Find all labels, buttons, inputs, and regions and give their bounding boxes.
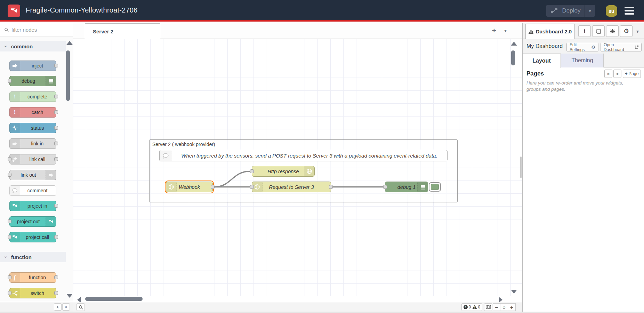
input-port[interactable] [383,185,387,189]
main-menu-button[interactable] [625,7,634,15]
warning-triangle-icon: ! [472,305,477,309]
canvas-vscrollbar-thumb[interactable] [511,50,515,65]
output-port[interactable] [54,95,58,98]
open-dashboard-button[interactable]: Open Dashboard [601,43,642,51]
comment-text: When triggered by the sensors, send a PO… [174,150,445,161]
sidebar-scrollbar-thumb[interactable] [520,156,522,178]
canvas-hscrollbar-thumb[interactable] [85,297,143,301]
move-page-up-button[interactable]: « [604,70,612,78]
palette-node-project-out[interactable]: project out [9,216,56,227]
palette-node-catch[interactable]: ! catch [9,107,56,118]
palette-node-link-out[interactable]: link out [9,170,56,180]
palette-node-project-call[interactable]: project call [9,232,56,242]
output-port[interactable] [54,110,58,114]
tab-layout[interactable]: Layout [523,54,561,68]
input-port[interactable] [8,235,11,239]
input-port[interactable] [8,219,11,223]
input-port[interactable] [8,291,11,295]
sidebar-tab-info[interactable]: i [578,25,591,37]
palette-scroll-up-arrow[interactable] [66,41,73,45]
output-port[interactable] [54,126,58,130]
comment-node[interactable]: When triggered by the sensors, send a PO… [159,150,448,161]
deploy-button[interactable]: Deploy ▾ [546,5,595,17]
node-request-to-server-3[interactable]: Request to Server 3 [252,182,331,192]
output-port[interactable] [54,235,58,239]
palette-scroll-down-arrow[interactable] [66,294,73,298]
tab-theming[interactable]: Theming [561,54,604,67]
palette-node-complete[interactable]: ! complete [9,91,56,102]
palette-scrollbar-thumb[interactable] [66,50,70,101]
sidebar-tab-config[interactable]: ⚙ [620,25,633,37]
navigator-button[interactable] [484,303,492,311]
palette-node-function[interactable]: ƒ function [9,272,56,283]
deploy-options-caret[interactable]: ▾ [585,5,595,17]
map-icon [486,305,491,309]
sidebar-tab-dashboard[interactable]: Dashboard 2.0 [525,24,575,39]
user-avatar[interactable]: su [606,5,617,17]
debug-enable-toggle[interactable] [429,182,441,192]
input-port[interactable] [8,275,11,279]
bug-icon [610,29,615,34]
output-port[interactable] [329,185,333,189]
palette-expand-all-button[interactable]: » [62,303,70,311]
palette-node-comment[interactable]: comment [9,185,56,196]
canvas-scroll-up-arrow[interactable] [511,42,517,46]
output-port[interactable] [54,291,58,295]
sidebar-tab-debug[interactable] [606,25,619,37]
palette-category-function[interactable]: › function [0,252,66,262]
input-port[interactable] [8,173,11,177]
workspace: Server 2 + ▾ Server 2 ( webhook provider… [73,23,522,312]
sidebar-tab-help[interactable] [592,25,605,37]
zoom-reset-button[interactable]: ○ [500,303,508,311]
flow-group-label: Server 2 ( webhook provider) [152,142,215,147]
input-port[interactable] [250,169,254,173]
palette-filter-input[interactable] [11,27,64,33]
zoom-out-button[interactable]: − [493,303,500,311]
output-port[interactable] [54,142,58,145]
info-icon: i [584,28,585,34]
project-title: Fragile-Common-Yellowthroat-2706 [26,6,137,14]
node-http-response[interactable]: Http response [252,166,315,177]
window-bottom-strip [0,312,644,313]
flow-list-caret[interactable]: ▾ [504,28,507,33]
palette-search[interactable] [0,23,73,37]
palette-node-status[interactable]: status [9,123,56,133]
palette-node-link-call[interactable]: link call [9,154,56,164]
output-port[interactable] [54,64,58,67]
edit-settings-button[interactable]: Edit Settings ⚙ [566,43,598,51]
pages-heading: Pages [526,70,544,77]
canvas-scroll-down-arrow[interactable] [511,290,517,294]
error-circle-icon: ! [464,305,468,309]
input-port[interactable] [8,157,11,161]
output-port[interactable] [54,204,58,208]
palette-node-link-in[interactable]: link in [9,138,56,149]
sidebar: Dashboard 2.0 i ⚙ ▾ [522,23,644,312]
input-port[interactable] [250,185,254,189]
node-debug-1[interactable]: debug 1 [385,182,428,192]
add-page-button[interactable]: + Page [623,70,641,78]
move-page-down-button[interactable]: » [613,70,621,78]
palette-collapse-all-button[interactable]: « [54,303,62,311]
palette-node-switch[interactable]: switch [9,288,56,298]
search-flows-button[interactable] [77,303,85,311]
book-icon [596,29,601,34]
palette-node-inject[interactable]: inject [9,61,56,71]
search-icon [79,305,83,310]
dashboard-name: My Dashboard [526,43,563,49]
palette-node-project-in[interactable]: project in [9,201,56,211]
output-port[interactable] [54,275,58,279]
flow-status-badge[interactable]: ! 0 ! 0 [461,303,482,311]
flow-canvas[interactable]: Server 2 ( webhook provider) When trigge… [73,39,522,296]
output-port[interactable] [211,185,215,189]
zoom-in-button[interactable]: + [508,303,516,311]
output-port[interactable] [54,157,58,161]
header: Fragile-Common-Yellowthroat-2706 Deploy … [0,0,644,22]
flow-tab-server-2[interactable]: Server 2 [85,23,160,39]
palette-node-debug[interactable]: debug [9,76,56,86]
sidebar-tabs-caret[interactable]: ▾ [636,29,639,34]
palette-category-common[interactable]: › common [0,41,66,51]
node-webhook[interactable]: Webhook [166,182,213,192]
input-port[interactable] [8,79,11,83]
search-icon [4,27,9,32]
add-flow-button[interactable]: + [490,26,499,35]
